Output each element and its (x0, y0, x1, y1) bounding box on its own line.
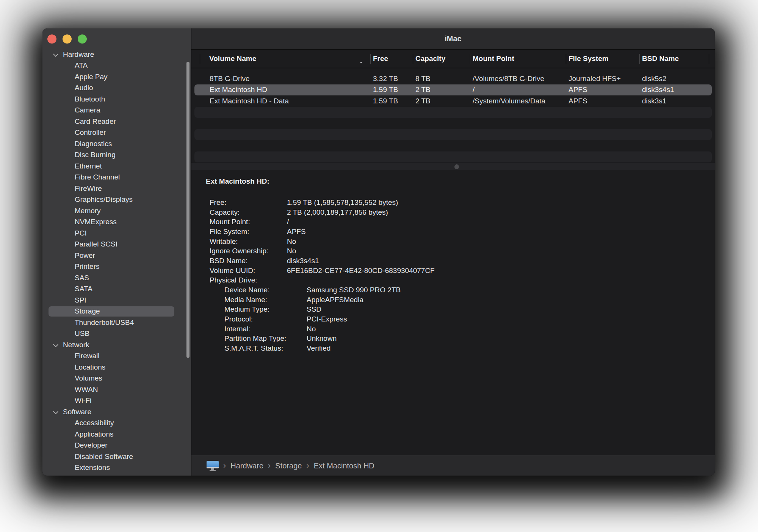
minimize-button[interactable] (63, 34, 72, 44)
sidebar-item-sata[interactable]: SATA (42, 284, 186, 295)
table-row-empty[interactable] (191, 107, 715, 118)
column-header-file-system[interactable]: File System (566, 55, 639, 63)
chevron-down-icon[interactable] (53, 409, 58, 414)
sidebar-item-label: WWAN (75, 385, 98, 394)
sidebar-item-ethernet[interactable]: Ethernet (42, 161, 186, 172)
chevron-down-icon[interactable] (53, 342, 58, 347)
sidebar-item-wwan[interactable]: WWAN (42, 384, 186, 395)
sidebar-item-fibre-channel[interactable]: Fibre Channel (42, 172, 186, 183)
sidebar-item-spi[interactable]: SPI (42, 295, 186, 306)
sidebar-item-power[interactable]: Power (42, 250, 186, 261)
detail-field-bsd-name: BSD Name:disk3s4s1 (210, 256, 707, 266)
sidebar-item-nvmexpress[interactable]: NVMExpress (42, 217, 186, 228)
sidebar-item-firewire[interactable]: FireWire (42, 183, 186, 194)
sidebar-item-label: FireWire (75, 184, 102, 193)
table-row-empty[interactable] (191, 129, 715, 140)
chevron-down-icon[interactable] (53, 51, 58, 57)
detail-field-value: 1.59 TB (1,585,578,135,552 bytes) (287, 198, 398, 207)
table-row-ext-macintosh-hd[interactable]: Ext Macintosh HD1.59 TB2 TB/APFSdisk3s4s… (191, 84, 715, 96)
sidebar-item-usb[interactable]: USB (42, 328, 186, 340)
breadcrumb-item-ext-macintosh-hd[interactable]: Ext Macintosh HD (314, 462, 374, 470)
sort-ascending-icon (359, 62, 364, 63)
sidebar-item-storage[interactable]: Storage (42, 306, 186, 317)
column-divider[interactable] (413, 54, 413, 64)
sidebar-item-label: USB (75, 329, 89, 338)
column-header-capacity[interactable]: Capacity (413, 55, 470, 63)
sidebar-item-label: Thunderbolt/USB4 (75, 318, 134, 327)
sidebar-item-accessibility[interactable]: Accessibility (42, 418, 186, 429)
column-header-label: Mount Point (473, 55, 514, 62)
breadcrumb-item-hardware[interactable]: Hardware (230, 462, 263, 470)
sidebar-item-label: Firewall (75, 352, 99, 360)
sidebar-item-apple-pay[interactable]: Apple Pay (42, 71, 186, 83)
column-divider[interactable] (566, 54, 566, 64)
sidebar-item-bluetooth[interactable]: Bluetooth (42, 94, 186, 105)
table-row-ext-macintosh-hd-data[interactable]: Ext Macintosh HD - Data1.59 TB2 TB/Syste… (191, 95, 715, 107)
sidebar-item-volumes[interactable]: Volumes (42, 373, 186, 384)
sidebar-item-disabled-software[interactable]: Disabled Software (42, 451, 186, 462)
detail-fields: Free:1.59 TB (1,585,578,135,552 bytes)Ca… (210, 198, 707, 353)
sidebar-item-printers[interactable]: Printers (42, 261, 186, 273)
sidebar-item-developer[interactable]: Developer (42, 440, 186, 451)
sidebar-item-applications[interactable]: Applications (42, 429, 186, 440)
breadcrumb: ›Hardware›Storage›Ext Macintosh HD (191, 456, 715, 476)
column-divider[interactable] (470, 54, 470, 64)
sidebar-item-parallel-scsi[interactable]: Parallel SCSI (42, 239, 186, 250)
sidebar-item-diagnostics[interactable]: Diagnostics (42, 138, 186, 150)
column-divider[interactable] (639, 54, 640, 64)
column-header-free[interactable]: Free (370, 55, 413, 63)
sidebar-item-wi-fi[interactable]: Wi-Fi (42, 395, 186, 407)
sidebar-item-card-reader[interactable]: Card Reader (42, 116, 186, 127)
sidebar-item-thunderbolt-usb4[interactable]: Thunderbolt/USB4 (42, 317, 186, 328)
column-header-label: File System (568, 55, 609, 62)
breadcrumb-item-storage[interactable]: Storage (275, 462, 302, 470)
column-divider[interactable] (200, 54, 200, 64)
column-header-bsd-name[interactable]: BSD Name (639, 55, 709, 63)
zoom-button[interactable] (78, 34, 87, 44)
sidebar-section-hardware[interactable]: Hardware (42, 49, 186, 60)
table-row-8tb-g-drive[interactable]: 8TB G-Drive3.32 TB8 TB/Volumes/8TB G-Dri… (191, 73, 715, 84)
sidebar-item-graphics-displays[interactable]: Graphics/Displays (42, 194, 186, 206)
sidebar-item-extensions[interactable]: Extensions (42, 462, 186, 474)
sidebar-item-label: Power (75, 251, 95, 260)
sidebar-section-network[interactable]: Network (42, 339, 186, 351)
close-button[interactable] (47, 34, 56, 44)
sidebar-item-memory[interactable]: Memory (42, 205, 186, 217)
table-row-empty[interactable] (191, 151, 715, 163)
detail-field-value: disk3s4s1 (287, 257, 319, 265)
detail-field-key: Protocol: (224, 315, 307, 323)
cell-capacity: 8 TB (413, 75, 470, 83)
sidebar-item-firewall[interactable]: Firewall (42, 351, 186, 362)
sidebar-item-label: Card Reader (75, 117, 116, 126)
sidebar-item-label: Fibre Channel (75, 173, 120, 181)
sidebar-item-sas[interactable]: SAS (42, 272, 186, 284)
pane-splitter[interactable] (191, 162, 715, 171)
detail-field-value: No (307, 325, 316, 333)
column-divider[interactable] (709, 54, 709, 64)
splitter-handle-icon[interactable] (454, 164, 459, 169)
cell-free: 1.59 TB (370, 86, 413, 94)
column-header-volume-name[interactable]: Volume Name (191, 55, 370, 63)
sidebar-item-label: Accessibility (75, 419, 114, 427)
sidebar-item-label: SPI (75, 296, 86, 304)
sidebar-section-software[interactable]: Software (42, 406, 186, 418)
sidebar-item-locations[interactable]: Locations (42, 362, 186, 373)
cell-bsd-name: disk5s2 (639, 75, 709, 83)
table-row-empty[interactable] (191, 140, 715, 151)
sidebar-item-controller[interactable]: Controller (42, 127, 186, 139)
detail-field-mount-point: Mount Point:/ (210, 217, 707, 227)
sidebar-item-audio[interactable]: Audio (42, 83, 186, 94)
detail-field-value: No (287, 237, 296, 246)
column-divider[interactable] (370, 54, 371, 64)
table-row-empty[interactable] (191, 118, 715, 129)
sidebar-item-fonts[interactable]: Fonts (42, 473, 186, 476)
sidebar-scrollbar-thumb[interactable] (186, 62, 190, 358)
sidebar-item-pci[interactable]: PCI (42, 228, 186, 239)
detail-field-value: Samsung SSD 990 PRO 2TB (307, 286, 401, 294)
sidebar-item-ata[interactable]: ATA (42, 60, 186, 72)
sidebar-item-disc-burning[interactable]: Disc Burning (42, 150, 186, 161)
column-header-mount-point[interactable]: Mount Point (470, 55, 566, 63)
detail-field-physical-drive: Physical Drive: (210, 276, 707, 286)
detail-field-value: / (287, 218, 289, 226)
sidebar-item-camera[interactable]: Camera (42, 105, 186, 116)
